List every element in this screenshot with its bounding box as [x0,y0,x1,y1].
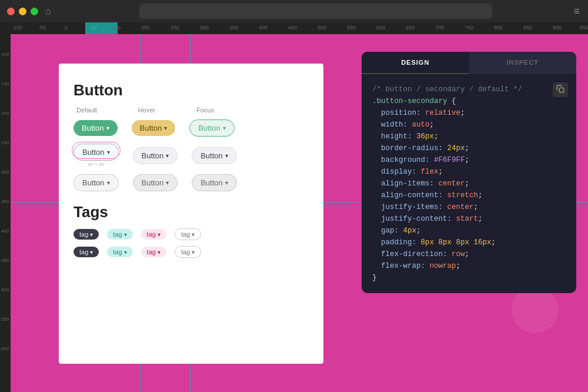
chevron-icon: ▾ [192,231,195,238]
ruler-mark: 600 [376,25,385,31]
size-label: 97 × 36 [74,162,119,167]
design-card: Button Default Hover Focus Button ▾ Butt… [59,64,323,364]
button-yellow-hover[interactable]: Button ▾ [132,120,176,136]
tags-section-title: Tags [74,203,309,221]
chevron-icon: ▾ [164,125,167,131]
chevron-icon: ▾ [158,231,161,238]
inspector-body: /* button / secondary / default */ .butt… [362,74,576,293]
ruler-mark: -100 [12,25,22,31]
chevron-icon: ▾ [166,180,169,186]
tag-teal-1[interactable]: tag ▾ [107,229,132,240]
button-outline-focus[interactable]: Button ▾ [192,174,237,191]
chevron-icon: ▾ [90,249,93,255]
ruler-mark: 250 [171,25,179,31]
button-row-outline: Button ▾ Button ▾ Button ▾ [74,174,309,191]
button-row-green: Button ▾ Button ▾ Button ▾ [74,119,309,137]
ruler-mark: 350 [229,25,238,31]
col-header-hover: Hover [138,107,155,114]
chevron-icon: ▾ [106,125,109,131]
ruler-mark: 900 [553,25,562,31]
ruler-mark: 200 [141,25,150,31]
tag-dark-1[interactable]: tag ▾ [74,229,99,240]
button-section-title: Button [74,81,309,99]
button-outline-hover[interactable]: Button ▾ [133,174,178,191]
tab-inspect[interactable]: INSPECT [469,52,577,74]
button-green-focus[interactable]: Button ▾ [189,119,235,137]
button-outline-default[interactable]: Button ▾ [74,174,119,191]
ruler-mark: 150 [112,25,121,31]
col-header-default: Default [76,107,97,114]
ruler-mark: 850 [523,25,532,31]
ruler-mark: 450 [288,25,297,31]
code-selector: .button-secondary [372,97,447,105]
button-secondary-default-selected[interactable]: Button ▾ [74,144,119,161]
button-secondary-hover[interactable]: Button ▾ [133,147,178,164]
ruler-mark: 400 [259,25,268,31]
ruler-mark: 0 [65,25,68,31]
tag-row-1: tag ▾ tag ▾ tag ▾ tag ▾ [74,228,309,240]
home-icon[interactable]: ⌂ [45,6,51,16]
chevron-icon: ▾ [107,149,110,155]
ruler-mark: -50 [38,25,46,31]
col-header-focus: Focus [196,107,214,114]
col-headers: Default Hover Focus [74,107,309,114]
chevron-icon: ▾ [225,180,228,186]
chevron-icon: ▾ [223,125,226,131]
tag-teal-2[interactable]: tag ▾ [107,247,132,257]
copy-button[interactable] [553,82,568,97]
close-button[interactable] [7,8,15,15]
tags-section: Tags tag ▾ tag ▾ tag ▾ tag ▾ tag [74,203,309,258]
tab-design[interactable]: DESIGN [362,52,469,74]
ruler-mark: 650 [406,25,415,31]
ruler-mark: 500 [318,25,326,31]
inspector-tabs: DESIGN INSPECT [362,52,576,74]
ruler-mark: 800 [494,25,503,31]
title-bar: ⌂ ≡ [0,0,588,22]
ruler-mark-highlight: 97 [91,25,97,31]
code-comment: /* button / secondary / default */ [372,85,522,94]
maximize-button[interactable] [31,8,38,15]
tag-outline-1[interactable]: tag ▾ [175,228,201,240]
menu-icon[interactable]: ≡ [573,5,580,18]
svg-rect-0 [559,88,564,92]
tag-pink-1[interactable]: tag ▾ [141,229,166,240]
url-bar[interactable] [139,4,492,19]
tag-dark-2[interactable]: tag ▾ [74,247,99,257]
ruler-mark: 700 [435,25,444,31]
chevron-icon: ▾ [90,231,93,238]
chevron-icon: ▾ [107,180,110,186]
chevron-icon: ▾ [166,152,169,159]
ruler-mark: 550 [347,25,356,31]
ruler-mark: 300 [200,25,209,31]
button-green-default[interactable]: Button ▾ [74,120,118,136]
tag-outline-2[interactable]: tag ▾ [175,246,201,258]
ruler-left: 100 150 200 250 300 350 400 450 500 550 … [0,34,11,392]
button-selected-wrapper: Button ▾ 97 × 36 [74,144,119,167]
chevron-icon: ▾ [124,249,127,255]
code-block: /* button / secondary / default */ .butt… [372,84,566,284]
tag-pink-2[interactable]: tag ▾ [141,247,166,257]
chevron-icon: ▾ [192,249,195,255]
chevron-icon: ▾ [124,231,127,238]
ruler-mark: 950 [579,25,588,31]
chevron-icon: ▾ [158,249,161,255]
button-row-secondary: Button ▾ 97 × 36 Button ▾ Button ▾ [74,144,309,167]
inspector-panel: DESIGN INSPECT /* button / secondary / d… [362,52,576,293]
minimize-button[interactable] [19,8,26,15]
traffic-lights [7,8,38,15]
canvas-area: 100 150 200 250 300 350 400 450 500 550 … [0,34,588,392]
button-secondary-focus[interactable]: Button ▾ [192,147,237,164]
ruler-top: -100 -50 0 97 150 200 250 300 350 400 45… [0,22,588,34]
chevron-icon: ▾ [225,152,228,159]
ruler-mark: 750 [465,25,473,31]
tag-row-2: tag ▾ tag ▾ tag ▾ tag ▾ [74,246,309,258]
